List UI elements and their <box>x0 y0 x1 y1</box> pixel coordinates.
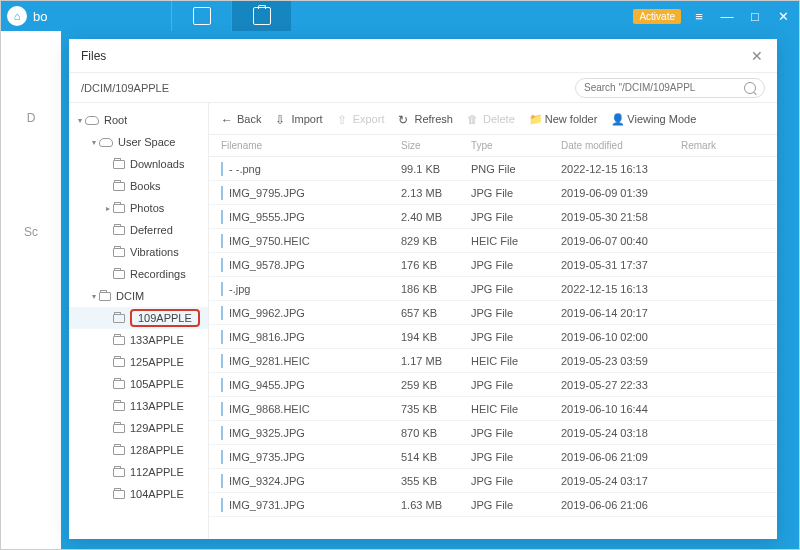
file-row[interactable]: IMG_9281.HEIC1.17 MBHEIC File2019-05-23 … <box>209 349 777 373</box>
tree-label: 128APPLE <box>130 444 184 456</box>
folder-tree[interactable]: ▾Root▾User SpaceDownloadsBooks▸PhotosDef… <box>69 103 209 539</box>
file-row[interactable]: IMG_9962.JPG657 KBJPG File2019-06-14 20:… <box>209 301 777 325</box>
tab-toolbox[interactable] <box>231 1 291 31</box>
file-size: 2.13 MB <box>401 187 471 199</box>
caret-icon[interactable]: ▾ <box>75 116 85 125</box>
dialog-body: ▾Root▾User SpaceDownloadsBooks▸PhotosDef… <box>69 103 777 539</box>
file-row[interactable]: -.jpg186 KBJPG File2022-12-15 16:13 <box>209 277 777 301</box>
file-row[interactable]: IMG_9795.JPG2.13 MBJPG File2019-06-09 01… <box>209 181 777 205</box>
refresh-button[interactable]: Refresh <box>398 113 453 125</box>
file-type: JPG File <box>471 427 561 439</box>
file-row[interactable]: IMG_9750.HEIC829 KBHEIC File2019-06-07 0… <box>209 229 777 253</box>
tree-item-104apple[interactable]: 104APPLE <box>69 483 208 505</box>
folder-icon <box>113 226 125 235</box>
cloud-icon <box>99 138 113 147</box>
tree-item-129apple[interactable]: 129APPLE <box>69 417 208 439</box>
tree-item-128apple[interactable]: 128APPLE <box>69 439 208 461</box>
file-date: 2019-06-06 21:06 <box>561 499 681 511</box>
tree-item-deferred[interactable]: Deferred <box>69 219 208 241</box>
toolbar: Back Import Export Refresh Delete New fo… <box>209 103 777 135</box>
file-size: 355 KB <box>401 475 471 487</box>
folder-icon <box>113 402 125 411</box>
tree-label: 129APPLE <box>130 422 184 434</box>
tree-item-109apple[interactable]: 109APPLE <box>69 307 208 329</box>
col-date[interactable]: Date modified <box>561 140 681 151</box>
export-button[interactable]: Export <box>337 113 385 125</box>
back-button[interactable]: Back <box>221 113 261 125</box>
image-file-icon <box>221 354 223 368</box>
minimize-button[interactable]: — <box>717 9 737 24</box>
tree-label: 112APPLE <box>130 466 184 478</box>
search-icon[interactable] <box>744 82 756 94</box>
leftstrip-item-2[interactable]: Sc <box>11 225 51 239</box>
file-date: 2022-12-15 16:13 <box>561 163 681 175</box>
file-size: 2.40 MB <box>401 211 471 223</box>
caret-icon[interactable]: ▾ <box>89 292 99 301</box>
new-folder-button[interactable]: New folder <box>529 113 598 125</box>
import-button[interactable]: Import <box>275 113 322 125</box>
view-mode-button[interactable]: Viewing Mode <box>611 113 696 125</box>
col-filename[interactable]: Filename <box>221 140 401 151</box>
tree-item-downloads[interactable]: Downloads <box>69 153 208 175</box>
file-size: 1.17 MB <box>401 355 471 367</box>
tree-item-user-space[interactable]: ▾User Space <box>69 131 208 153</box>
pathbar: /DCIM/109APPLE <box>69 73 777 103</box>
tab-device[interactable] <box>171 1 231 31</box>
file-size: 176 KB <box>401 259 471 271</box>
image-file-icon <box>221 426 223 440</box>
folder-icon <box>113 490 125 499</box>
tree-item-books[interactable]: Books <box>69 175 208 197</box>
tree-item-113apple[interactable]: 113APPLE <box>69 395 208 417</box>
leftstrip-item-1[interactable]: D <box>11 111 51 125</box>
file-date: 2019-06-09 01:39 <box>561 187 681 199</box>
tree-label: Books <box>130 180 161 192</box>
file-list[interactable]: - -.png99.1 KBPNG File2022-12-15 16:13IM… <box>209 157 777 539</box>
trash-icon <box>467 113 479 125</box>
tree-item-112apple[interactable]: 112APPLE <box>69 461 208 483</box>
caret-icon[interactable]: ▾ <box>89 138 99 147</box>
image-file-icon <box>221 498 223 512</box>
tree-item-125apple[interactable]: 125APPLE <box>69 351 208 373</box>
tree-item-photos[interactable]: ▸Photos <box>69 197 208 219</box>
menu-icon[interactable]: ≡ <box>689 9 709 24</box>
file-row[interactable]: IMG_9735.JPG514 KBJPG File2019-06-06 21:… <box>209 445 777 469</box>
image-file-icon <box>221 282 223 296</box>
file-row[interactable]: IMG_9324.JPG355 KBJPG File2019-05-24 03:… <box>209 469 777 493</box>
col-type[interactable]: Type <box>471 140 561 151</box>
file-size: 657 KB <box>401 307 471 319</box>
tree-item-root[interactable]: ▾Root <box>69 109 208 131</box>
tree-item-105apple[interactable]: 105APPLE <box>69 373 208 395</box>
search-box[interactable] <box>575 78 765 98</box>
search-input[interactable] <box>584 82 740 93</box>
maximize-button[interactable]: □ <box>745 9 765 24</box>
activate-button[interactable]: Activate <box>633 9 681 24</box>
file-row[interactable]: IMG_9816.JPG194 KBJPG File2019-06-10 02:… <box>209 325 777 349</box>
caret-icon[interactable]: ▸ <box>103 204 113 213</box>
file-row[interactable]: IMG_9578.JPG176 KBJPG File2019-05-31 17:… <box>209 253 777 277</box>
file-size: 514 KB <box>401 451 471 463</box>
file-row[interactable]: - -.png99.1 KBPNG File2022-12-15 16:13 <box>209 157 777 181</box>
tree-item-vibrations[interactable]: Vibrations <box>69 241 208 263</box>
file-row[interactable]: IMG_9455.JPG259 KBJPG File2019-05-27 22:… <box>209 373 777 397</box>
close-window-button[interactable]: ✕ <box>773 9 793 24</box>
file-size: 194 KB <box>401 331 471 343</box>
tree-item-recordings[interactable]: Recordings <box>69 263 208 285</box>
file-row[interactable]: IMG_9555.JPG2.40 MBJPG File2019-05-30 21… <box>209 205 777 229</box>
file-name: IMG_9750.HEIC <box>221 235 401 247</box>
file-row[interactable]: IMG_9325.JPG870 KBJPG File2019-05-24 03:… <box>209 421 777 445</box>
tree-item-dcim[interactable]: ▾DCIM <box>69 285 208 307</box>
refresh-icon <box>398 113 410 125</box>
tree-label: Photos <box>130 202 164 214</box>
tree-item-133apple[interactable]: 133APPLE <box>69 329 208 351</box>
folder-icon <box>113 446 125 455</box>
delete-button[interactable]: Delete <box>467 113 515 125</box>
file-row[interactable]: IMG_9868.HEIC735 KBHEIC File2019-06-10 1… <box>209 397 777 421</box>
image-file-icon <box>221 210 223 224</box>
folder-icon <box>113 248 125 257</box>
dialog-close-icon[interactable]: ✕ <box>749 48 765 64</box>
tree-label: 133APPLE <box>130 334 184 346</box>
col-remark[interactable]: Remark <box>681 140 765 151</box>
folder-icon <box>113 358 125 367</box>
file-row[interactable]: IMG_9731.JPG1.63 MBJPG File2019-06-06 21… <box>209 493 777 517</box>
col-size[interactable]: Size <box>401 140 471 151</box>
